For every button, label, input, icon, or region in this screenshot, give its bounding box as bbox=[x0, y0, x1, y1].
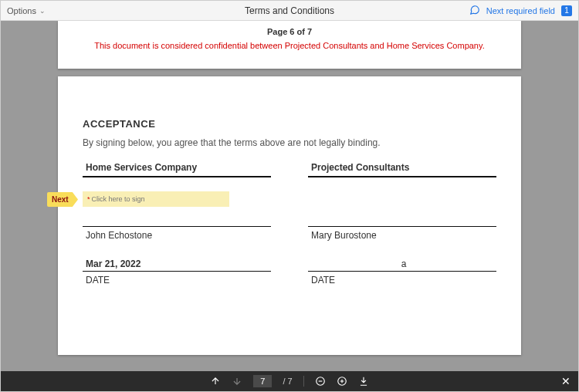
toolbar-divider bbox=[303, 376, 304, 387]
bottom-toolbar: / 7 ✕ bbox=[1, 371, 578, 391]
top-right-tools: Next required field 1 bbox=[469, 5, 572, 17]
required-count-badge: 1 bbox=[561, 5, 572, 16]
options-label: Options bbox=[7, 6, 36, 15]
page-number-input[interactable] bbox=[253, 375, 272, 387]
next-required-field-link[interactable]: Next required field bbox=[486, 6, 555, 15]
right-signer-name: Mary Burostone bbox=[308, 227, 496, 241]
next-flag-label: Next bbox=[52, 195, 69, 204]
zoom-out-button[interactable] bbox=[315, 376, 326, 387]
right-date-line: a bbox=[308, 258, 496, 272]
page-total-label: / 7 bbox=[283, 377, 292, 386]
right-party-title: Projected Consultants bbox=[308, 162, 496, 177]
right-signature-spacer bbox=[308, 191, 496, 207]
left-date-line: Mar 21, 2022 bbox=[83, 258, 271, 272]
signature-placeholder: Click here to sign bbox=[92, 195, 145, 203]
left-date-label: DATE bbox=[83, 272, 271, 286]
options-menu[interactable]: Options ⌄ bbox=[7, 6, 46, 15]
page-up-button[interactable] bbox=[210, 376, 221, 387]
required-asterisk: * bbox=[87, 195, 90, 203]
signature-columns: Home Services Company * Click here to si… bbox=[83, 162, 496, 286]
page-down-button bbox=[232, 376, 242, 387]
signature-line bbox=[83, 213, 271, 227]
document-viewer: Page 6 of 7 This document is considered … bbox=[1, 21, 578, 371]
left-party-title: Home Services Company bbox=[83, 162, 271, 177]
left-signer-name: John Echostone bbox=[83, 227, 271, 241]
right-column: Projected Consultants Mary Burostone a D… bbox=[308, 162, 496, 286]
right-date-label: DATE bbox=[308, 272, 496, 286]
left-column: Home Services Company * Click here to si… bbox=[83, 162, 271, 286]
next-flag[interactable]: Next bbox=[47, 192, 78, 207]
top-toolbar: Options ⌄ Terms and Conditions Next requ… bbox=[1, 1, 578, 21]
section-heading: ACCEPTANCE bbox=[83, 118, 496, 130]
signature-field[interactable]: * Click here to sign bbox=[83, 191, 229, 207]
close-button[interactable]: ✕ bbox=[561, 375, 571, 387]
download-button[interactable] bbox=[358, 376, 369, 387]
current-page: ACCEPTANCE By signing below, you agree t… bbox=[58, 76, 521, 355]
chevron-down-icon: ⌄ bbox=[39, 7, 46, 15]
right-signature-line bbox=[308, 213, 496, 227]
section-subtext: By signing below, you agree that the ter… bbox=[83, 137, 496, 148]
previous-page-tail: Page 6 of 7 This document is considered … bbox=[58, 21, 521, 69]
right-date-value: a bbox=[401, 259, 407, 269]
comment-icon[interactable] bbox=[469, 5, 480, 17]
zoom-in-button[interactable] bbox=[337, 376, 347, 387]
left-date-value: Mar 21, 2022 bbox=[86, 259, 141, 269]
page-number-label: Page 6 of 7 bbox=[58, 27, 521, 36]
confidential-notice: This document is considered confidential… bbox=[58, 41, 521, 50]
